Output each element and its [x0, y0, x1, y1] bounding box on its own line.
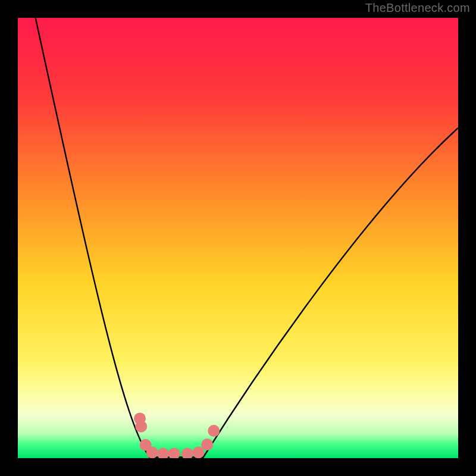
data-marker [208, 425, 220, 437]
data-marker [135, 421, 147, 433]
chart-container: TheBottleneck.com [0, 0, 476, 476]
data-marker [146, 446, 158, 458]
data-marker [201, 439, 213, 450]
watermark: TheBottleneck.com [365, 1, 470, 15]
plot-area [18, 18, 458, 458]
bottleneck-curve-chart [18, 18, 458, 458]
data-marker [192, 446, 204, 458]
